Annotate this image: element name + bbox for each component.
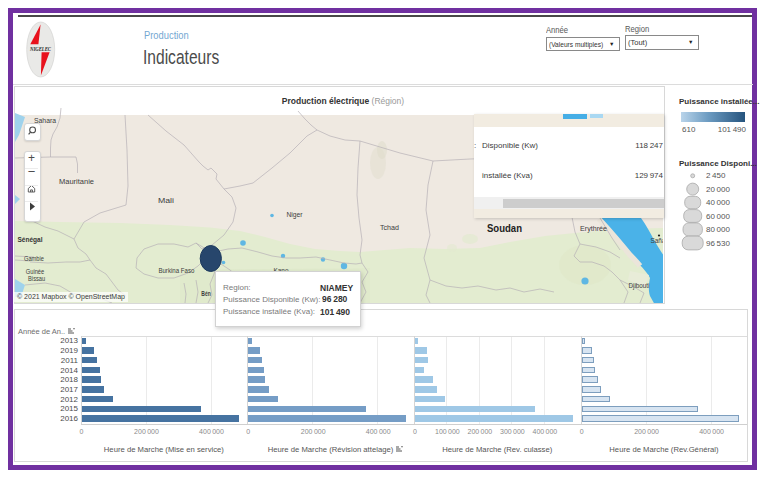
- svg-text:NIGELEC: NIGELEC: [29, 46, 51, 52]
- svg-text:Niger: Niger: [287, 210, 303, 219]
- svg-text:Gambie: Gambie: [24, 255, 44, 262]
- svg-text:Guinée: Guinée: [26, 268, 45, 275]
- svg-text:Erythrée: Erythrée: [580, 224, 607, 233]
- svg-text:Sénégal: Sénégal: [18, 235, 43, 244]
- svg-text:Soudan: Soudan: [487, 222, 522, 234]
- svg-text:Mali: Mali: [158, 196, 174, 205]
- svg-text:Bissau: Bissau: [28, 275, 45, 282]
- svg-text:Bén: Bén: [201, 290, 211, 297]
- svg-text:Djibouti: Djibouti: [629, 282, 650, 290]
- svg-text:Saña: Saña: [651, 237, 664, 244]
- svg-text:Mauritanie: Mauritanie: [59, 177, 95, 186]
- svg-text:Burkina Faso: Burkina Faso: [158, 267, 194, 274]
- svg-text:Tchad: Tchad: [380, 223, 399, 232]
